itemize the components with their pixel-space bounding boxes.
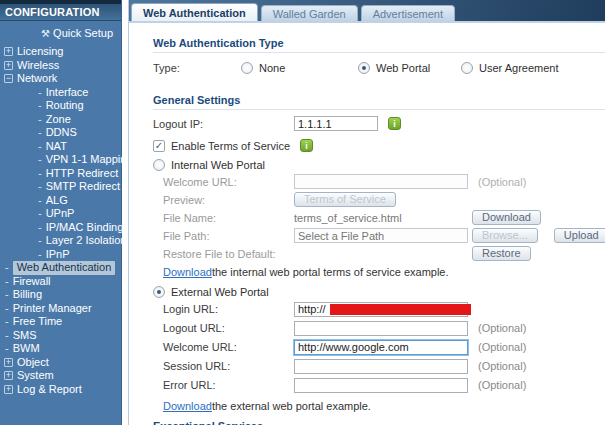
optional-note: (Optional) — [478, 322, 526, 334]
sidebar-item-free-time[interactable]: -Free Time — [0, 315, 121, 329]
optional-note: (Optional) — [478, 360, 526, 372]
sidebar-item-zone[interactable]: -Zone — [0, 113, 121, 127]
restore-row: Restore File to Default: Restore — [153, 245, 605, 262]
sidebar-item-upnp[interactable]: -UPnP — [0, 207, 121, 221]
file-name-row: File Name: terms_of_service.html Downloa… — [153, 209, 605, 226]
radio-user-agreement-label: User Agreement — [479, 62, 558, 74]
internal-portal-radio[interactable] — [153, 159, 165, 171]
radio-none[interactable] — [241, 62, 253, 74]
collapse-icon[interactable]: − — [4, 74, 13, 83]
sidebar-item-layer-2-isolation[interactable]: -Layer 2 Isolation — [0, 234, 121, 248]
download-button[interactable]: Download — [472, 210, 541, 225]
bullet-icon: - — [38, 99, 42, 113]
sidebar-item-alg[interactable]: -ALG — [0, 194, 121, 208]
preview-label: Preview: — [163, 194, 294, 206]
wrench-icon: ⚒ — [41, 28, 50, 39]
expand-icon[interactable]: + — [4, 47, 13, 56]
error-url-label: Error URL: — [163, 379, 294, 391]
sidebar-item-nat[interactable]: -NAT — [0, 140, 121, 154]
bullet-icon: - — [5, 315, 9, 329]
bullet-icon: - — [38, 140, 42, 154]
bullet-icon: - — [38, 167, 42, 181]
sidebar-item-sms[interactable]: -SMS — [0, 329, 121, 343]
restore-button[interactable]: Restore — [472, 246, 531, 261]
sidebar-item-label: Object — [17, 356, 49, 370]
sidebar-item-firewall[interactable]: -Firewall — [0, 275, 121, 289]
tab-walled-garden[interactable]: Walled Garden — [261, 5, 358, 21]
sidebar-item-ip-mac-binding[interactable]: -IP/MAC Binding — [0, 221, 121, 235]
session-url-row: Session URL: (Optional) — [153, 357, 605, 375]
tab-bar: Web Authentication Walled Garden Adverti… — [129, 0, 605, 21]
expand-icon[interactable]: + — [4, 61, 13, 70]
sidebar-item-bwm[interactable]: -BWM — [0, 342, 121, 356]
quick-setup-button[interactable]: ⚒Quick Setup — [0, 21, 121, 42]
tab-web-authentication[interactable]: Web Authentication — [131, 3, 258, 21]
expand-icon[interactable]: + — [4, 385, 13, 394]
internal-welcome-url-input — [294, 174, 468, 189]
sidebar-item-label: Licensing — [17, 45, 63, 59]
sidebar-item-interface[interactable]: -Interface — [0, 86, 121, 100]
welcome-url-label: Welcome URL: — [163, 176, 294, 188]
sidebar-item-licensing[interactable]: +Licensing — [0, 45, 121, 59]
radio-web-portal[interactable] — [358, 62, 370, 74]
info-icon[interactable]: i — [388, 117, 401, 130]
external-welcome-url-input[interactable] — [294, 340, 468, 355]
upload-button[interactable]: Upload — [554, 228, 605, 243]
restore-label: Restore File to Default: — [163, 248, 294, 260]
sidebar-item-label: Interface — [46, 86, 89, 100]
sidebar-item-billing[interactable]: -Billing — [0, 288, 121, 302]
session-url-input[interactable] — [294, 359, 468, 374]
web-authentication-page: CONFIGURATION ⚒Quick Setup +Licensing +W… — [0, 0, 605, 425]
sidebar-item-label: IPnP — [46, 248, 70, 262]
sidebar-item-label: Free Time — [13, 315, 63, 329]
preview-tos-button: Terms of Service — [294, 192, 396, 207]
sidebar-item-ddns[interactable]: -DDNS — [0, 126, 121, 140]
sidebar-item-routing[interactable]: -Routing — [0, 99, 121, 113]
internal-example-row: Download the internal web portal terms o… — [153, 265, 605, 278]
sidebar-item-system[interactable]: +System — [0, 369, 121, 383]
optional-note: (Optional) — [478, 176, 526, 188]
external-welcome-url-row: Welcome URL: (Optional) — [153, 338, 605, 356]
bullet-icon: - — [38, 234, 42, 248]
logout-ip-input[interactable] — [294, 116, 378, 131]
sidebar-item-vpn-1-1-mapping[interactable]: -VPN 1-1 Mapping — [0, 153, 121, 167]
info-icon[interactable]: i — [300, 139, 313, 152]
sidebar-item-label: System — [17, 369, 54, 383]
sidebar-item-http-redirect[interactable]: -HTTP Redirect — [0, 167, 121, 181]
sidebar-item-label: Wireless — [17, 59, 59, 73]
sidebar-title: CONFIGURATION — [0, 4, 121, 21]
sidebar-item-printer-manager[interactable]: -Printer Manager — [0, 302, 121, 316]
error-url-input[interactable] — [294, 378, 468, 393]
expand-icon[interactable]: + — [4, 358, 13, 367]
sidebar-item-smtp-redirect[interactable]: -SMTP Redirect — [0, 180, 121, 194]
browse-button: Browse... — [472, 228, 538, 243]
type-row: Type: None Web Portal User Agreement — [153, 59, 605, 76]
logout-url-input[interactable] — [294, 321, 468, 336]
tab-advertisement[interactable]: Advertisement — [361, 5, 455, 21]
sidebar-item-label: ALG — [46, 194, 68, 208]
bullet-icon: - — [38, 221, 42, 235]
sidebar-item-wireless[interactable]: +Wireless — [0, 59, 121, 73]
sidebar-item-label: DDNS — [46, 126, 77, 140]
sidebar-item-label: Printer Manager — [13, 302, 92, 316]
external-portal-label: External Web Portal — [171, 286, 269, 298]
sidebar-item-label: IP/MAC Binding — [46, 221, 124, 235]
bullet-icon: - — [5, 329, 9, 343]
internal-example-download-link[interactable]: Download — [163, 266, 212, 278]
bullet-icon: - — [38, 126, 42, 140]
external-example-download-link[interactable]: Download — [163, 400, 212, 412]
enable-tos-row: ✓ Enable Terms of Service i — [153, 138, 605, 153]
sidebar-item-log-report[interactable]: +Log & Report — [0, 383, 121, 397]
radio-user-agreement[interactable] — [461, 62, 473, 74]
logout-url-row: Logout URL: (Optional) — [153, 319, 605, 337]
sidebar-item-label: UPnP — [46, 207, 75, 221]
sidebar-item-web-authentication[interactable]: -Web Authentication — [0, 261, 121, 275]
sidebar-item-network[interactable]: −Network — [0, 72, 121, 86]
external-portal-radio[interactable] — [153, 286, 165, 298]
enable-tos-checkbox[interactable]: ✓ — [153, 140, 165, 152]
sidebar-item-object[interactable]: +Object — [0, 356, 121, 370]
sidebar-item-label: BWM — [13, 342, 40, 356]
expand-icon[interactable]: + — [4, 371, 13, 380]
sidebar-item-ipnp[interactable]: -IPnP — [0, 248, 121, 262]
bullet-icon: - — [5, 275, 9, 289]
